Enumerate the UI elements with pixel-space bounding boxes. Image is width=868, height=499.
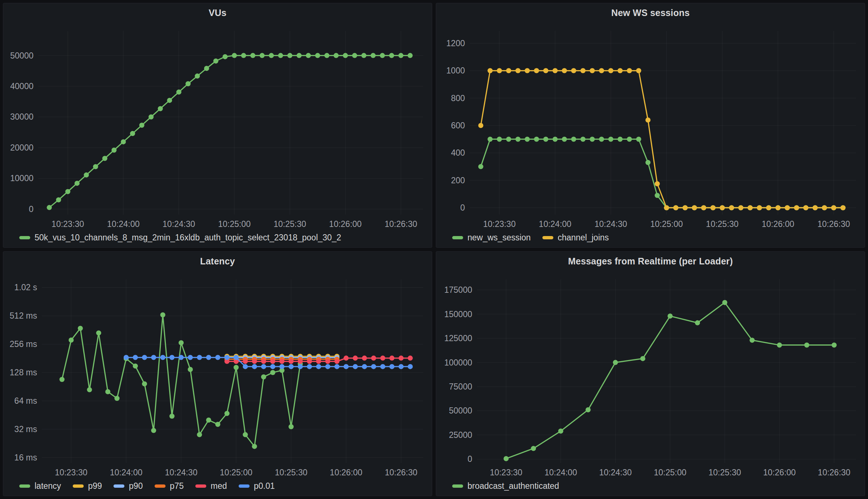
legend-item-p0.01[interactable]: p0.01 [239,481,275,491]
series-point-50k_vus_10_channels_8_msg_2min_16xldb_auth_topic_select_23018_pool_30_2[interactable] [343,53,348,58]
series-point-50k_vus_10_channels_8_msg_2min_16xldb_auth_topic_select_23018_pool_30_2[interactable] [361,53,366,58]
series-point-p0.01[interactable] [197,355,202,360]
series-point-med[interactable] [334,359,339,364]
series-point-50k_vus_10_channels_8_msg_2min_16xldb_auth_topic_select_23018_pool_30_2[interactable] [84,172,89,177]
series-point-latency[interactable] [243,432,248,437]
series-point-broadcast_authenticated[interactable] [613,360,618,365]
series-point-broadcast_authenticated[interactable] [832,343,837,348]
series-point-new_ws_session[interactable] [478,164,483,169]
series-point-p0.01[interactable] [160,355,166,360]
series-point-latency[interactable] [215,422,220,427]
series-point-p0.01[interactable] [325,364,330,369]
series-point-channel_joins[interactable] [636,68,641,73]
series-point-50k_vus_10_channels_8_msg_2min_16xldb_auth_topic_select_23018_pool_30_2[interactable] [186,81,191,86]
series-point-50k_vus_10_channels_8_msg_2min_16xldb_auth_topic_select_23018_pool_30_2[interactable] [250,53,255,58]
series-point-latency[interactable] [288,424,294,429]
series-point-channel_joins[interactable] [738,205,743,210]
series-point-new_ws_session[interactable] [562,137,567,142]
series-point-latency[interactable] [170,414,175,419]
series-point-channel_joins[interactable] [645,117,650,123]
series-point-channel_joins[interactable] [822,205,827,210]
series-point-med[interactable] [307,359,312,364]
series-point-p0.01[interactable] [362,364,367,369]
series-point-p0.01[interactable] [243,364,248,369]
series-point-channel_joins[interactable] [813,205,818,210]
series-point-p0.01[interactable] [170,355,175,360]
series-point-50k_vus_10_channels_8_msg_2min_16xldb_auth_topic_select_23018_pool_30_2[interactable] [158,106,163,111]
series-point-new_ws_session[interactable] [525,137,530,142]
series-point-med[interactable] [252,359,257,364]
series-point-p0.01[interactable] [142,355,147,360]
series-point-channel_joins[interactable] [543,68,548,73]
series-point-channel_joins[interactable] [515,68,521,73]
latency-chart-canvas[interactable]: 16 ms32 ms64 ms128 ms256 ms512 ms1.02 s1… [3,270,432,480]
series-point-med[interactable] [399,356,404,361]
series-point-50k_vus_10_channels_8_msg_2min_16xldb_auth_topic_select_23018_pool_30_2[interactable] [112,148,117,153]
series-point-p0.01[interactable] [399,364,404,369]
series-point-new_ws_session[interactable] [627,137,632,142]
series-point-med[interactable] [270,359,275,364]
series-point-50k_vus_10_channels_8_msg_2min_16xldb_auth_topic_select_23018_pool_30_2[interactable] [241,53,246,58]
series-point-latency[interactable] [179,340,184,345]
series-point-p0.01[interactable] [298,364,303,369]
series-point-p0.01[interactable] [389,364,394,369]
series-point-50k_vus_10_channels_8_msg_2min_16xldb_auth_topic_select_23018_pool_30_2[interactable] [223,54,228,59]
series-point-50k_vus_10_channels_8_msg_2min_16xldb_auth_topic_select_23018_pool_30_2[interactable] [56,197,61,203]
series-point-new_ws_session[interactable] [506,137,511,142]
series-point-med[interactable] [243,359,248,364]
series-point-channel_joins[interactable] [840,205,845,210]
series-point-latency[interactable] [59,377,64,382]
series-point-channel_joins[interactable] [608,68,613,73]
series-point-latency[interactable] [96,330,101,335]
series-point-50k_vus_10_channels_8_msg_2min_16xldb_auth_topic_select_23018_pool_30_2[interactable] [204,66,209,71]
series-point-latency[interactable] [151,428,156,433]
series-point-channel_joins[interactable] [553,68,558,73]
series-point-channel_joins[interactable] [655,181,660,186]
panel-title-latency[interactable]: Latency [3,252,432,270]
panel-title-messages-from-realtime[interactable]: Messages from Realtime (per Loader) [436,252,865,270]
series-point-latency[interactable] [78,326,83,331]
series-point-p0.01[interactable] [334,364,339,369]
series-point-50k_vus_10_channels_8_msg_2min_16xldb_auth_topic_select_23018_pool_30_2[interactable] [287,53,292,58]
series-point-new_ws_session[interactable] [645,160,650,165]
series-point-channel_joins[interactable] [599,68,604,73]
series-point-50k_vus_10_channels_8_msg_2min_16xldb_auth_topic_select_23018_pool_30_2[interactable] [269,53,274,58]
series-point-50k_vus_10_channels_8_msg_2min_16xldb_auth_topic_select_23018_pool_30_2[interactable] [232,53,237,58]
series-point-channel_joins[interactable] [785,205,790,210]
new-ws-sessions-chart-canvas[interactable]: 02004006008001000120010:23:3010:24:0010:… [436,21,865,231]
series-point-50k_vus_10_channels_8_msg_2min_16xldb_auth_topic_select_23018_pool_30_2[interactable] [371,53,376,58]
series-point-broadcast_authenticated[interactable] [503,456,509,461]
series-point-channel_joins[interactable] [618,68,623,73]
series-point-latency[interactable] [105,389,110,394]
series-point-broadcast_authenticated[interactable] [695,320,700,326]
legend-item-new_ws_session[interactable]: new_ws_session [452,233,531,243]
series-point-new_ws_session[interactable] [515,137,521,142]
series-point-broadcast_authenticated[interactable] [531,446,536,451]
series-point-50k_vus_10_channels_8_msg_2min_16xldb_auth_topic_select_23018_pool_30_2[interactable] [398,53,403,58]
legend-item-broadcast_authenticated[interactable]: broadcast_authenticated [452,481,559,491]
series-point-50k_vus_10_channels_8_msg_2min_16xldb_auth_topic_select_23018_pool_30_2[interactable] [102,156,107,161]
legend-item-latency[interactable]: latency [19,481,61,491]
series-point-channel_joins[interactable] [710,205,716,210]
series-point-latency[interactable] [133,363,138,368]
series-point-med[interactable] [389,356,394,361]
series-point-med[interactable] [288,359,294,364]
series-point-p0.01[interactable] [206,355,211,360]
series-point-p0.01[interactable] [288,364,294,369]
series-point-med[interactable] [408,356,413,361]
series-point-channel_joins[interactable] [478,123,483,128]
series-point-p0.01[interactable] [224,355,230,360]
legend-item-channel_joins[interactable]: channel_joins [542,233,609,243]
messages-chart-canvas[interactable]: 0250005000075000100000125000150000175000… [436,270,865,480]
series-point-med[interactable] [261,359,266,364]
series-point-latency[interactable] [115,396,120,401]
series-point-channel_joins[interactable] [571,68,576,73]
series-point-p0.01[interactable] [371,364,376,369]
series-point-med[interactable] [279,359,284,364]
series-point-latency[interactable] [206,418,211,423]
series-point-50k_vus_10_channels_8_msg_2min_16xldb_auth_topic_select_23018_pool_30_2[interactable] [195,73,200,79]
series-point-latency[interactable] [160,312,166,318]
series-point-50k_vus_10_channels_8_msg_2min_16xldb_auth_topic_select_23018_pool_30_2[interactable] [306,53,311,58]
series-point-broadcast_authenticated[interactable] [722,300,727,305]
series-point-broadcast_authenticated[interactable] [586,407,591,412]
